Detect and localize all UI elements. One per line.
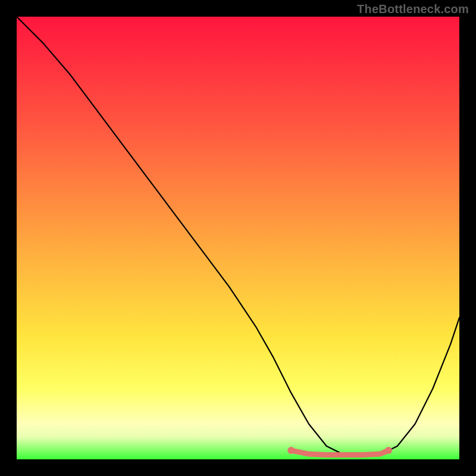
chart-frame: TheBottleneck.com xyxy=(0,0,476,476)
plot-area xyxy=(17,17,459,459)
optimal-range-highlight xyxy=(291,450,389,455)
watermark-text: TheBottleneck.com xyxy=(357,2,469,16)
bottleneck-curve xyxy=(17,17,459,455)
highlight-end-dot xyxy=(385,447,392,454)
highlight-end-dot xyxy=(287,447,295,454)
curve-svg xyxy=(17,17,459,459)
